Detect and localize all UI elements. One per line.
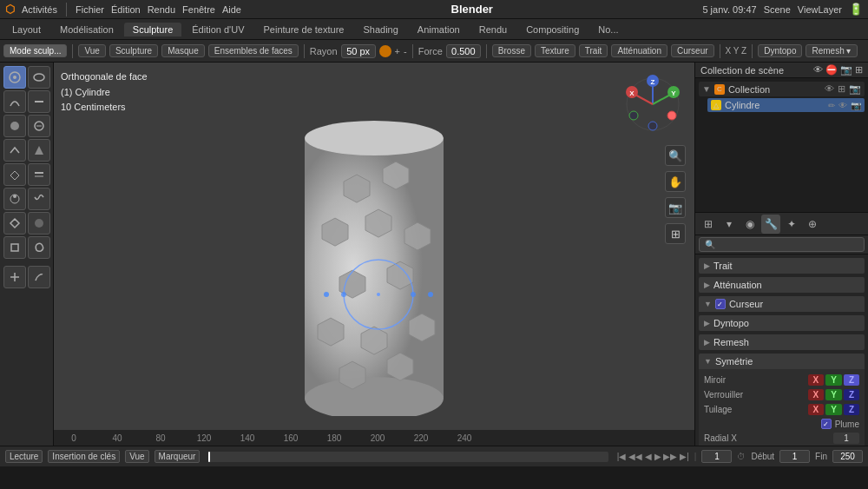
tab-modelisation[interactable]: Modélisation [51,23,122,36]
gizmo[interactable]: Z Y X [618,69,687,139]
timeline[interactable] [208,452,608,462]
displacement-tool[interactable] [3,188,26,210]
svg-point-37 [411,292,416,297]
tab-shading[interactable]: Shading [354,23,406,36]
tab-compositing[interactable]: Compositing [517,23,588,36]
trait-btn[interactable]: Trait [579,44,608,57]
flatten-tool[interactable] [28,90,50,113]
lecture-btn[interactable]: Lecture [5,450,43,463]
tuilage-z-btn[interactable]: Z [844,404,859,415]
menu-edition[interactable]: Édition [111,4,141,15]
collection-eye-icon[interactable]: 👁 [825,83,834,95]
collection-exclude-icon[interactable]: ⊞ [838,83,845,95]
pan-btn[interactable]: ✋ [665,171,686,192]
dyntopo-header[interactable]: ▶ Dyntopo [699,315,865,331]
dyntopo-btn[interactable]: Dyntopo [758,44,802,57]
verrouiller-y-btn[interactable]: Y [825,389,842,400]
menu-aide[interactable]: Aide [222,4,241,15]
tuilage-y-btn[interactable]: Y [825,404,842,415]
marqueur-btn[interactable]: Marqueur [155,450,201,463]
verrouiller-z-btn[interactable]: Z [844,389,859,400]
attenuation-btn[interactable]: Atténuation [611,44,667,57]
miroir-x-btn[interactable]: X [808,374,825,386]
cursor-btn[interactable]: Curseur [671,44,714,57]
camera-btn[interactable]: 📷 [665,197,686,218]
mode-select[interactable]: Mode sculp... [3,44,67,57]
prop-particles-icon[interactable]: ✦ [782,215,801,234]
prop-view-icon[interactable]: ▾ [720,215,739,234]
transform-tool[interactable] [3,266,26,288]
draw-sharp-tool[interactable] [28,139,50,162]
paint-mask-tool[interactable] [28,212,50,235]
grid-btn[interactable]: ⊞ [665,223,686,244]
search-input[interactable] [699,237,865,252]
attenuation-header[interactable]: ▶ Atténuation [699,277,865,293]
cloth-tool[interactable] [28,188,50,210]
plume-checkbox[interactable]: ✓ [821,419,832,429]
smooth-tool[interactable] [28,66,50,89]
annotate-tool[interactable] [28,266,50,288]
viewport[interactable]: Orthogonale de face (1) Cylindre 10 Cent… [54,63,694,446]
radius-minus[interactable]: - [404,46,407,56]
cylinder-item[interactable]: △ Cylindre ✏ 👁 📷 [707,98,865,112]
zoom-in-btn[interactable]: 🔍 [665,145,686,166]
box-mask-tool[interactable] [3,236,26,259]
brosse-btn[interactable]: Brosse [492,44,531,57]
outliner-view-options[interactable]: 👁 ⛔ 📷 ⊞ [813,64,863,76]
face-sets-btn[interactable]: Ensembles de faces [208,44,299,57]
verrouiller-x-btn[interactable]: X [808,389,825,400]
radial-x-value[interactable]: 1 [833,433,859,444]
tab-texture[interactable]: Peinture de texture [254,23,352,36]
tab-sculpture[interactable]: Sculpture [124,23,181,36]
menu-activites[interactable]: Activités [22,4,57,15]
curseur-checkbox[interactable]: ✓ [715,299,726,309]
force-value[interactable]: 0.500 [446,44,481,58]
prop-modifier-icon[interactable]: 🔧 [761,215,780,234]
tuilage-x-btn[interactable]: X [808,404,825,415]
radius-color-picker[interactable] [379,45,391,57]
sculpt-btn[interactable]: Sculpture [109,44,158,57]
radius-plus[interactable]: + [395,46,400,56]
radius-value[interactable]: 50 px [341,44,376,58]
inflate-tool[interactable] [3,115,26,137]
miroir-z-btn[interactable]: Z [844,374,859,386]
menu-fichier[interactable]: Fichier [76,4,104,15]
svg-rect-13 [11,244,18,251]
multiplane-tool[interactable] [3,163,26,186]
insertion-btn[interactable]: Insertion de clés [48,450,120,463]
blob-tool[interactable] [28,115,50,137]
sculpt-draw-tool[interactable] [3,66,26,89]
prop-scene-icon[interactable]: ⊞ [699,215,718,234]
tab-layout[interactable]: Layout [3,23,49,36]
menu-fenetre[interactable]: Fenêtre [182,4,215,15]
trait-header[interactable]: ▶ Trait [699,258,865,274]
end-frame-input[interactable]: 250 [832,450,863,463]
tab-uv[interactable]: Édition d'UV [183,23,253,36]
tab-animation[interactable]: Animation [409,23,469,36]
miroir-y-btn[interactable]: Y [825,374,842,386]
cylinder-render-icon[interactable]: 📷 [851,101,861,110]
pinch-tool[interactable] [3,90,26,113]
collection-header[interactable]: ▼ C Collection 👁 ⊞ 📷 [699,82,865,96]
symetrie-header[interactable]: ▼ Symétrie [699,354,865,369]
prop-object-icon[interactable]: ◉ [740,215,760,234]
lasso-mask-tool[interactable] [28,236,50,259]
prop-physics-icon[interactable]: ⊕ [803,215,822,234]
menu-rendu[interactable]: Rendu [148,4,175,15]
cylinder-eye-icon[interactable]: 👁 [838,101,847,110]
collection-render-icon[interactable]: 📷 [849,83,861,95]
remesh-header[interactable]: ▶ Remesh [699,334,865,350]
crease-tool[interactable] [3,139,26,162]
draw-face-sets-tool[interactable] [3,212,26,235]
vue-btn[interactable]: Vue [125,450,148,463]
curseur-header[interactable]: ▼ ✓ Curseur [699,296,865,312]
remesh-btn[interactable]: Remesh ▾ [806,44,857,57]
current-frame-input[interactable]: 1 [701,450,732,463]
texture-btn[interactable]: Texture [535,44,575,57]
tab-rendu[interactable]: Rendu [470,23,516,36]
start-frame-input[interactable]: 1 [779,450,810,463]
layer-tool[interactable] [28,163,50,186]
mask-btn[interactable]: Masque [161,44,205,57]
view-btn[interactable]: Vue [78,44,105,57]
tab-no[interactable]: No... [589,23,627,36]
